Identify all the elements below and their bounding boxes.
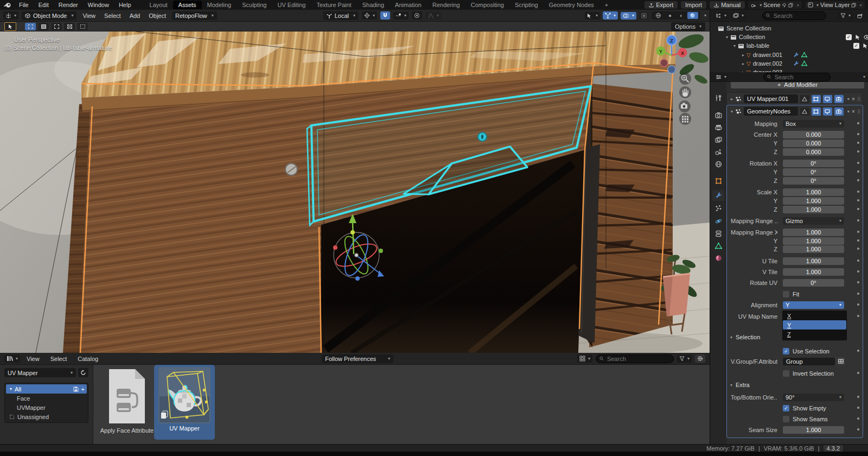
scale-z-field[interactable]: 1.000 xyxy=(783,206,844,213)
menu-file[interactable]: File xyxy=(15,1,33,9)
tab-particles[interactable] xyxy=(712,202,724,213)
asset-settings-button[interactable] xyxy=(695,354,705,363)
vgroup-attribute-toggle[interactable] xyxy=(836,357,845,365)
edit-mode-toggle[interactable] xyxy=(812,95,821,103)
tab-texture-paint[interactable]: Texture Paint xyxy=(311,1,356,9)
select-mode-extend[interactable] xyxy=(38,23,49,30)
tab-scene[interactable] xyxy=(712,147,724,157)
import-method-selector[interactable]: Follow Preferences▾ xyxy=(322,354,393,363)
mapping-range-y-field[interactable]: 1.000 xyxy=(783,237,844,245)
add-workspace-button[interactable]: + xyxy=(599,1,614,9)
options-menu[interactable]: Options▾ xyxy=(671,22,705,31)
shading-rendered-button[interactable] xyxy=(687,12,698,19)
render-toggle[interactable] xyxy=(834,107,844,116)
seam-size-field[interactable]: 1.000 xyxy=(783,426,844,434)
asset-search[interactable] xyxy=(596,354,674,363)
view-layer-selector[interactable]: ▾ View Layer × xyxy=(805,1,865,9)
modifier-name-field[interactable]: GeometryNodes xyxy=(744,107,798,116)
center-x-field[interactable]: 0.000 xyxy=(783,131,844,138)
tab-assets[interactable]: Assets xyxy=(173,1,202,9)
tab-compositing[interactable]: Compositing xyxy=(465,1,509,9)
asset-card-uv-mapper[interactable]: UV Mapper xyxy=(154,365,215,440)
selectable-icon[interactable] xyxy=(863,43,868,48)
center-y-field[interactable]: 0.000 xyxy=(783,140,844,147)
tab-tool[interactable] xyxy=(712,92,724,103)
outliner-filter-button[interactable]: ▾ xyxy=(838,12,853,20)
v-tile-field[interactable]: 1.000 xyxy=(783,268,844,276)
section-extra[interactable]: ▾Extra xyxy=(729,382,750,388)
menu-ab-catalog[interactable]: Catalog xyxy=(73,355,103,363)
outliner-display-mode-button[interactable]: ▾ xyxy=(731,12,746,20)
show-visibility-selector[interactable]: ▾ xyxy=(585,12,600,20)
invert-selection-checkbox[interactable] xyxy=(783,370,789,377)
on-cage-toggle[interactable] xyxy=(800,95,809,103)
alignment-option-y[interactable]: Y xyxy=(783,320,846,330)
select-mode-subtract[interactable] xyxy=(51,23,62,30)
outliner-search-input[interactable] xyxy=(773,12,822,20)
tab-constraints[interactable] xyxy=(712,228,724,239)
scale-x-field[interactable]: 1.000 xyxy=(783,188,844,196)
menu-add[interactable]: Add xyxy=(127,12,143,20)
select-mode-intersect[interactable] xyxy=(77,23,88,30)
menu-edit[interactable]: Edit xyxy=(34,1,53,9)
alignment-option-z[interactable]: Z xyxy=(783,330,846,339)
retopoflow-menu[interactable]: RetopoFlow▾ xyxy=(172,11,217,20)
tab-animation[interactable]: Animation xyxy=(390,1,427,9)
alignment-dropdown[interactable]: Y▾ xyxy=(783,301,844,309)
add-catalog-button[interactable]: + xyxy=(81,386,85,392)
tab-sculpting[interactable]: Sculpting xyxy=(237,1,272,9)
shading-solid-button[interactable]: ● xyxy=(665,12,675,19)
drag-handle[interactable]: ⣿ xyxy=(857,109,860,114)
use-selection-checkbox[interactable]: ✓ xyxy=(783,348,789,354)
on-cage-toggle[interactable] xyxy=(800,107,809,116)
mapping-range-x-field[interactable]: 1.000 xyxy=(783,229,844,236)
properties-options-chevron[interactable]: ▾ xyxy=(863,74,865,79)
display-settings-button[interactable]: ▾ xyxy=(577,354,592,363)
asset-card-apply-face-attribute[interactable]: Apply Face Attribute xyxy=(100,367,154,434)
menu-view[interactable]: View xyxy=(80,12,98,20)
gizmo-dot[interactable] xyxy=(478,132,487,141)
tab-view-layer[interactable] xyxy=(712,135,724,145)
outliner-row-drawer-001[interactable]: ▸ ▽ drawer.001 xyxy=(710,50,868,59)
save-icon[interactable] xyxy=(73,387,79,392)
properties-search[interactable] xyxy=(763,73,831,81)
tab-geometry-nodes[interactable]: Geometry Nodes xyxy=(544,1,599,9)
menu-select[interactable]: Select xyxy=(101,12,124,20)
rotation-x-field[interactable]: 0° xyxy=(783,160,844,167)
render-toggle[interactable] xyxy=(834,95,844,103)
delete-modifier-button[interactable]: × xyxy=(852,96,855,102)
outliner-row-collection[interactable]: ▾ Collection ✓ xyxy=(710,33,868,41)
asset-filter-button[interactable]: ▾ xyxy=(677,355,692,363)
tab-layout[interactable]: Layout xyxy=(144,1,173,9)
shading-material-button[interactable]: ◐ xyxy=(676,12,687,19)
proportional-editing-toggle[interactable] xyxy=(412,11,422,20)
mapping-range-z-field[interactable]: 1.000 xyxy=(783,245,844,253)
tab-scripting[interactable]: Scripting xyxy=(509,1,544,9)
active-tool-tweak[interactable] xyxy=(4,22,16,31)
xray-toggle[interactable] xyxy=(639,12,649,20)
modifier-extras-menu[interactable]: ▾ xyxy=(847,97,850,102)
new-collection-button[interactable] xyxy=(855,12,865,20)
catalog-all[interactable]: ▾ All + xyxy=(6,384,87,394)
menu-window[interactable]: Window xyxy=(84,1,113,9)
outliner-search[interactable] xyxy=(762,11,826,20)
tab-output[interactable] xyxy=(712,122,724,133)
asset-library-selector[interactable]: UV Mapper▾ xyxy=(4,368,76,377)
expand-icon[interactable]: ▾ xyxy=(731,109,733,114)
menu-render[interactable]: Render xyxy=(54,1,82,9)
menu-object[interactable]: Object xyxy=(146,12,169,20)
realtime-toggle[interactable] xyxy=(823,95,832,103)
catalog-unassigned[interactable]: Unassigned xyxy=(6,412,87,421)
catalog-uvmapper[interactable]: UVMapper xyxy=(6,403,87,412)
menu-help[interactable]: Help xyxy=(114,1,136,9)
rotation-z-field[interactable]: 0° xyxy=(783,177,844,185)
show-gizmo-toggle[interactable]: ▾ xyxy=(603,11,618,20)
mapping-range-dropdown[interactable]: Gizmo▾ xyxy=(783,217,844,225)
show-seams-checkbox[interactable] xyxy=(783,416,789,422)
tab-object-data[interactable] xyxy=(712,240,724,251)
fit-checkbox[interactable] xyxy=(783,291,789,297)
pivot-point-selector[interactable]: ▾ xyxy=(362,11,377,20)
modifier-extras-menu[interactable]: ▾ xyxy=(847,109,850,114)
menu-ab-view[interactable]: View xyxy=(22,355,44,363)
mapping-dropdown[interactable]: Box▾ xyxy=(783,120,844,128)
